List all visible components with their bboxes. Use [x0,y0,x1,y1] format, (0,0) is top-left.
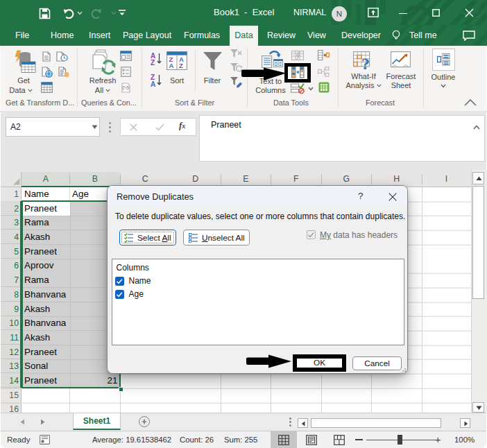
svg-text:?: ? [361,55,370,69]
